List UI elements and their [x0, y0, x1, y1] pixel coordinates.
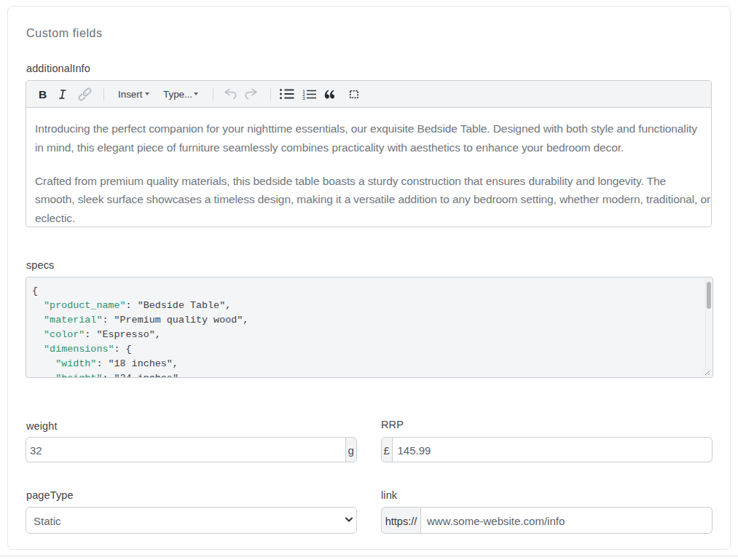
svg-text:3: 3	[302, 95, 305, 99]
